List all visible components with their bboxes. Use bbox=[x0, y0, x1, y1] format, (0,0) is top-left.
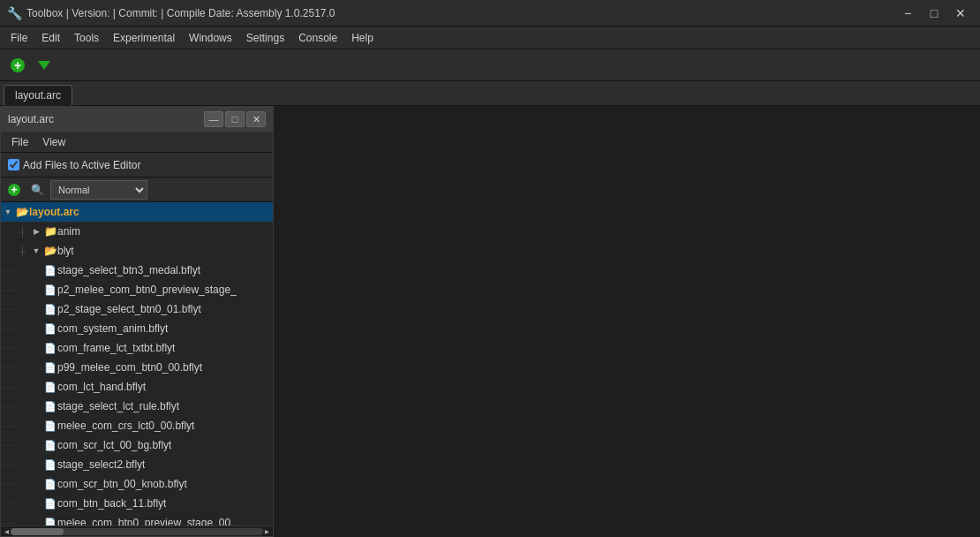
close-button[interactable]: ✕ bbox=[948, 1, 973, 26]
menu-experimental[interactable]: Experimental bbox=[106, 29, 182, 47]
hscroll-left-btn[interactable]: ◂ bbox=[3, 526, 11, 536]
list-item[interactable]: · · · · 📄 com_btn_back_11.bflyt bbox=[1, 494, 273, 513]
menu-file[interactable]: File bbox=[4, 29, 34, 47]
toolbar: + bbox=[0, 49, 980, 81]
fb-menu-file[interactable]: File bbox=[4, 134, 35, 150]
folder-icon-blyt: 📂 bbox=[43, 244, 57, 258]
hscroll-right-btn[interactable]: ▸ bbox=[263, 526, 271, 536]
file-icon: 📄 bbox=[43, 360, 57, 374]
list-item[interactable]: · · · · 📄 melee_com_crs_lct0_00.bflyt bbox=[1, 416, 273, 435]
arrow-down-button[interactable] bbox=[34, 55, 55, 76]
fb-minimize-button[interactable]: — bbox=[204, 111, 223, 127]
tree-label-file-1: p2_melee_com_btn0_preview_stage_ bbox=[57, 284, 237, 296]
tab-layout-arc[interactable]: layout.arc bbox=[4, 85, 72, 106]
list-item[interactable]: · · · · 📄 com_lct_hand.bflyt bbox=[1, 377, 273, 397]
add-button[interactable]: + bbox=[7, 55, 28, 76]
list-item[interactable]: · · · · 📄 com_scr_lct_00_bg.bflyt bbox=[1, 435, 273, 455]
menu-windows[interactable]: Windows bbox=[182, 29, 239, 47]
list-item[interactable]: · · · · 📄 p2_melee_com_btn0_preview_stag… bbox=[1, 280, 273, 299]
list-item[interactable]: · · · · 📄 com_scr_btn_00_knob.bflyt bbox=[1, 474, 273, 494]
expand-anim-icon: ▶ bbox=[29, 224, 43, 238]
fb-menubar: File View bbox=[1, 132, 273, 153]
maximize-button[interactable]: □ bbox=[922, 1, 946, 26]
list-item[interactable]: · · · · 📄 com_frame_lct_txtbt.bflyt bbox=[1, 338, 273, 358]
tree-item-root[interactable]: ▼ 📂 layout.arc bbox=[1, 202, 273, 222]
menu-console[interactable]: Console bbox=[291, 29, 344, 47]
fb-menu-view[interactable]: View bbox=[35, 134, 72, 150]
tree-label-file-9: com_scr_lct_00_bg.bflyt bbox=[57, 439, 171, 451]
fb-close-button[interactable]: ✕ bbox=[246, 111, 266, 127]
fb-mode-select[interactable]: Normal bbox=[50, 180, 147, 200]
list-item[interactable]: · · · · 📄 stage_select_lct_rule.bflyt bbox=[1, 397, 273, 416]
file-icon: 📄 bbox=[43, 516, 57, 526]
menu-settings[interactable]: Settings bbox=[239, 29, 291, 47]
list-item[interactable]: · · · · 📄 stage_select2.bflyt bbox=[1, 455, 273, 474]
folder-icon-root: 📂 bbox=[15, 205, 29, 219]
file-icon: 📄 bbox=[43, 438, 57, 452]
tree-label-file-2: p2_stage_select_btn0_01.bflyt bbox=[57, 303, 201, 315]
fb-controls: — □ ✕ bbox=[204, 111, 266, 127]
tree-label-file-7: stage_select_lct_rule.bflyt bbox=[57, 400, 179, 412]
file-tree[interactable]: ▼ 📂 layout.arc ┼ ▶ 📁 anim ┼ bbox=[1, 202, 273, 526]
file-icon: 📄 bbox=[43, 263, 57, 277]
add-files-checkbox[interactable] bbox=[8, 159, 19, 170]
fb-maximize-button[interactable]: □ bbox=[225, 111, 245, 127]
file-icon: 📄 bbox=[43, 477, 57, 491]
tree-label-blyt: blyt bbox=[57, 245, 74, 257]
file-icon: 📄 bbox=[43, 419, 57, 433]
tree-label-file-3: com_system_anim.bflyt bbox=[57, 322, 168, 335]
hscroll-track bbox=[11, 528, 263, 535]
file-icon: 📄 bbox=[43, 496, 57, 511]
list-item[interactable]: · · · · 📄 melee_com_btn0_preview_stage_0… bbox=[1, 513, 273, 526]
fb-add-button[interactable]: + bbox=[4, 180, 24, 200]
file-icon: 📄 bbox=[43, 341, 57, 355]
tree-label-file-11: com_scr_btn_00_knob.bflyt bbox=[57, 478, 187, 490]
expand-root-icon: ▼ bbox=[1, 205, 15, 219]
titlebar-left: 🔧 Toolbox | Version: | Commit: | Compile… bbox=[7, 6, 335, 20]
tree-label-file-4: com_frame_lct_txtbt.bflyt bbox=[57, 342, 175, 354]
file-icon: 📄 bbox=[43, 302, 57, 316]
fb-search-button[interactable]: 🔍 bbox=[27, 180, 47, 200]
editor-area bbox=[274, 106, 980, 537]
app-icon: 🔧 bbox=[7, 6, 21, 20]
fb-toolbar: + 🔍 Normal bbox=[1, 178, 273, 202]
menu-help[interactable]: Help bbox=[344, 29, 381, 47]
tree-label-root: layout.arc bbox=[29, 206, 79, 218]
file-icon: 📄 bbox=[43, 283, 57, 297]
list-item[interactable]: · · · · 📄 p99_melee_com_btn0_00.bflyt bbox=[1, 358, 273, 377]
list-item[interactable]: · · · · 📄 p2_stage_select_btn0_01.bflyt bbox=[1, 299, 273, 319]
file-icon: 📄 bbox=[43, 458, 57, 472]
file-icon: 📄 bbox=[43, 321, 57, 336]
main-area: layout.arc — □ ✕ File View Add Files to … bbox=[0, 106, 980, 537]
menubar: File Edit Tools Experimental Windows Set… bbox=[0, 26, 980, 49]
fb-window-title: layout.arc bbox=[8, 113, 54, 125]
menu-edit[interactable]: Edit bbox=[34, 29, 67, 47]
titlebar-controls: − □ ✕ bbox=[895, 1, 973, 26]
minimize-button[interactable]: − bbox=[895, 1, 920, 26]
fb-hscroll[interactable]: ◂ ▸ bbox=[1, 526, 273, 536]
file-browser: layout.arc — □ ✕ File View Add Files to … bbox=[0, 106, 274, 537]
fb-options: Add Files to Active Editor bbox=[1, 153, 273, 178]
tree-label-file-6: com_lct_hand.bflyt bbox=[57, 381, 146, 393]
titlebar: 🔧 Toolbox | Version: | Commit: | Compile… bbox=[0, 0, 980, 26]
tree-item-blyt[interactable]: ┼ ▼ 📂 blyt bbox=[1, 241, 273, 261]
file-icon: 📄 bbox=[43, 399, 57, 413]
tabbar: layout.arc bbox=[0, 81, 980, 106]
tree-label-file-0: stage_select_btn3_medal.bflyt bbox=[57, 264, 200, 276]
tree-label-file-13: melee_com_btn0_preview_stage_00. bbox=[57, 517, 233, 526]
hscroll-thumb[interactable] bbox=[11, 528, 64, 535]
tree-label-file-10: stage_select2.bflyt bbox=[57, 458, 145, 471]
titlebar-title: Toolbox | Version: | Commit: | Compile D… bbox=[26, 7, 335, 19]
tree-label-file-8: melee_com_crs_lct0_00.bflyt bbox=[57, 420, 194, 432]
tree-label-file-5: p99_melee_com_btn0_00.bflyt bbox=[57, 361, 202, 374]
tree-label-anim: anim bbox=[57, 225, 80, 238]
menu-tools[interactable]: Tools bbox=[67, 29, 106, 47]
fb-titlebar: layout.arc — □ ✕ bbox=[1, 107, 273, 132]
file-icon: 📄 bbox=[43, 380, 57, 394]
tree-item-anim[interactable]: ┼ ▶ 📁 anim bbox=[1, 222, 273, 241]
folder-icon-anim: 📁 bbox=[43, 224, 57, 238]
list-item[interactable]: · · · · 📄 com_system_anim.bflyt bbox=[1, 319, 273, 338]
tree-label-file-12: com_btn_back_11.bflyt bbox=[57, 497, 166, 510]
add-files-label[interactable]: Add Files to Active Editor bbox=[8, 159, 140, 171]
list-item[interactable]: · · · · 📄 stage_select_btn3_medal.bflyt bbox=[1, 261, 273, 280]
